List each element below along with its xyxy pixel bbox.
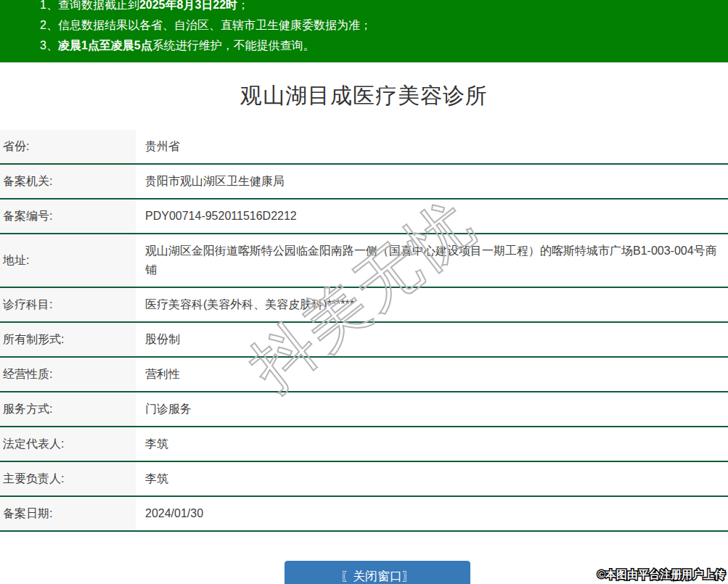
- row-service-mode: 服务方式: 门诊服务: [0, 392, 728, 427]
- notice-line-3: 3、凌晨1点至凌晨5点系统进行维护，不能提供查询。: [40, 36, 728, 56]
- notice-line-1: 1、查询数据截止到2025年8月3日22时；: [40, 0, 728, 15]
- notice-2-text: 2、信息数据结果以各省、自治区、直辖市卫生健康委数据为准；: [40, 19, 372, 31]
- field-value-ownership-type: 股份制: [136, 322, 728, 357]
- notice-1-text: 1、查询数据截止到: [40, 0, 139, 11]
- row-operation-nature: 经营性质: 营利性: [0, 357, 728, 392]
- row-filing-date: 备案日期: 2024/01/30: [0, 496, 728, 531]
- field-label-clinical-subjects: 诊疗科目:: [0, 287, 136, 322]
- row-legal-representative: 法定代表人: 李筑: [0, 427, 728, 461]
- row-ownership-type: 所有制形式: 股份制: [0, 322, 728, 357]
- field-label-legal-representative: 法定代表人:: [0, 427, 136, 461]
- page-title: 观山湖目成医疗美容诊所: [240, 81, 488, 111]
- row-filing-authority: 备案机关: 贵阳市观山湖区卫生健康局: [0, 164, 728, 199]
- field-label-province: 省份:: [0, 130, 136, 164]
- notice-line-2: 2、信息数据结果以各省、自治区、直辖市卫生健康委数据为准；: [40, 15, 728, 36]
- credit-watermark: ©本图由平台注册用户上传: [597, 568, 725, 582]
- notice-1-bold: 2025年8月3日22时: [139, 0, 237, 11]
- row-province: 省份: 贵州省: [0, 130, 728, 164]
- record-table: 省份: 贵州省 备案机关: 贵阳市观山湖区卫生健康局 备案编号: PDY0071…: [0, 130, 728, 532]
- row-clinical-subjects: 诊疗科目: 医疗美容科(美容外科、美容皮肤科)******: [0, 287, 728, 322]
- field-value-address: 观山湖区金阳街道喀斯特公园临金阳南路一侧（国喜中心建设项目一期工程）的喀斯特城市…: [136, 234, 728, 287]
- notice-banner: 1、查询数据截止到2025年8月3日22时； 2、信息数据结果以各省、自治区、直…: [0, 0, 728, 62]
- field-value-clinical-subjects: 医疗美容科(美容外科、美容皮肤科)******: [136, 287, 728, 322]
- close-window-button[interactable]: 〖关闭窗口〗: [285, 561, 470, 584]
- field-value-filing-number: PDY00714-952011516D2212: [136, 199, 728, 234]
- row-address: 地址: 观山湖区金阳街道喀斯特公园临金阳南路一侧（国喜中心建设项目一期工程）的喀…: [0, 234, 728, 287]
- field-value-province: 贵州省: [136, 130, 728, 164]
- field-label-filing-date: 备案日期:: [0, 496, 136, 531]
- notice-3-tail: 系统进行维护，不能提供查询。: [152, 39, 315, 52]
- row-filing-number: 备案编号: PDY00714-952011516D2212: [0, 199, 728, 234]
- page: { "banner": { "notices": [ { "pre": "1、查…: [0, 0, 728, 584]
- field-value-legal-representative: 李筑: [136, 427, 728, 461]
- field-value-filing-date: 2024/01/30: [136, 496, 728, 531]
- title-area: 观山湖目成医疗美容诊所: [0, 62, 728, 130]
- field-label-service-mode: 服务方式:: [0, 392, 136, 427]
- row-principal: 主要负责人: 李筑: [0, 461, 728, 496]
- notice-3-text: 3、: [40, 39, 58, 52]
- field-value-filing-authority: 贵阳市观山湖区卫生健康局: [136, 164, 728, 199]
- field-value-operation-nature: 营利性: [136, 357, 728, 392]
- field-value-principal: 李筑: [136, 461, 728, 496]
- field-label-ownership-type: 所有制形式:: [0, 322, 136, 357]
- field-label-principal: 主要负责人:: [0, 461, 136, 496]
- field-label-filing-authority: 备案机关:: [0, 164, 136, 199]
- field-value-service-mode: 门诊服务: [136, 392, 728, 427]
- field-label-address: 地址:: [0, 234, 136, 287]
- notice-3-bold: 凌晨1点至凌晨5点: [58, 39, 152, 52]
- field-label-operation-nature: 经营性质:: [0, 357, 136, 392]
- notice-1-tail: ；: [237, 0, 249, 11]
- field-label-filing-number: 备案编号:: [0, 199, 136, 234]
